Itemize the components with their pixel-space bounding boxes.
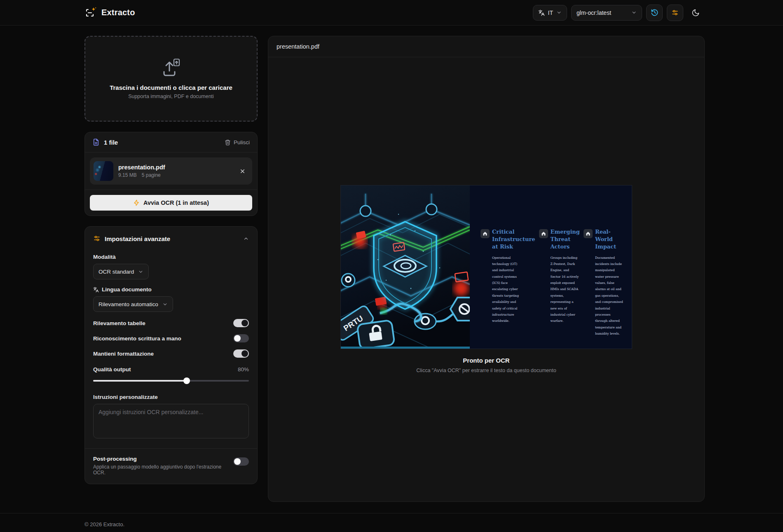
content-area: Trascina i documenti o clicca per carica… — [0, 26, 783, 502]
app: Extracto IT glm-ocr:latest — [0, 0, 783, 532]
file-list-card: 1 file Pulisci — [84, 132, 258, 216]
scan-logo-icon — [84, 7, 97, 19]
model-selector[interactable]: glm-ocr:latest — [571, 5, 642, 21]
table-detection-label: Rilevamento tabelle — [93, 320, 145, 326]
slide-text-area: Critical Infrastructure at Risk Operatio… — [470, 185, 632, 349]
ui-language-value: IT — [548, 9, 553, 16]
doc-language-select[interactable]: Rilevamento automatico — [93, 296, 173, 312]
theme-toggle-button[interactable] — [687, 5, 704, 21]
sliders-icon — [671, 9, 679, 16]
doc-language-value: Rilevamento automatico — [98, 301, 158, 307]
advanced-settings-card: Impostazioni avanzate Modalità OCR stand… — [84, 226, 258, 484]
footer: © 2026 Extracto. — [0, 513, 783, 532]
home-icon — [481, 229, 490, 238]
table-detection-toggle[interactable] — [233, 319, 249, 327]
ready-status-title: Pronto per OCR — [463, 357, 509, 364]
sliders-icon — [93, 235, 101, 242]
instructions-label: Istruzioni personalizzate — [93, 394, 249, 400]
mode-value: OCR standard — [98, 269, 134, 275]
remove-file-button[interactable] — [238, 166, 247, 176]
keep-formatting-toggle[interactable] — [233, 349, 249, 358]
copyright-text: © 2026 Extracto. — [84, 521, 124, 527]
settings-button[interactable] — [667, 5, 683, 21]
slide-body: Operational technology (OT) and industri… — [492, 255, 522, 324]
lightning-icon — [133, 199, 140, 206]
top-bar: Extracto IT glm-ocr:latest — [0, 0, 783, 26]
file-list-header: 1 file Pulisci — [85, 132, 257, 152]
translate-icon — [93, 287, 99, 293]
document-preview: PRTU — [341, 185, 632, 349]
file-size: 9.15 MB — [118, 172, 137, 178]
home-icon — [539, 229, 548, 238]
file-row[interactable]: presentation.pdf 9.15 MB 5 pagine — [90, 157, 252, 185]
ready-status-subtitle: Clicca "Avvia OCR" per estrarre il testo… — [416, 368, 556, 373]
quality-label: Qualità output — [93, 366, 131, 373]
slide-column: Real-World Impact Documented incidents i… — [584, 228, 624, 349]
upload-dropzone[interactable]: Trascina i documenti o clicca per carica… — [84, 36, 258, 122]
file-name: presentation.pdf — [118, 164, 233, 171]
file-pages: 5 pagine — [142, 172, 161, 178]
preview-body: PRTU — [268, 57, 704, 502]
preview-header: presentation.pdf — [268, 36, 704, 57]
handwriting-label: Riconoscimento scrittura a mano — [93, 335, 181, 342]
header-controls: IT glm-ocr:latest — [533, 5, 704, 21]
slide-body: Documented incidents include manipulated… — [595, 255, 624, 337]
clear-files-label: Pulisci — [234, 139, 250, 145]
ui-language-selector[interactable]: IT — [533, 5, 567, 21]
file-list: presentation.pdf 9.15 MB 5 pagine — [85, 152, 257, 190]
quality-slider[interactable] — [93, 377, 249, 384]
slide-heading: Emerging Threat Actors — [551, 228, 580, 251]
start-ocr-label: Avvia OCR (1 in attesa) — [143, 199, 209, 206]
file-meta: presentation.pdf 9.15 MB 5 pagine — [118, 164, 233, 178]
history-icon — [651, 9, 659, 16]
file-thumbnail — [94, 161, 113, 181]
moon-icon — [692, 9, 700, 17]
chevron-down-icon — [556, 10, 562, 15]
history-button[interactable] — [646, 5, 663, 21]
slide-heading: Real-World Impact — [595, 228, 624, 251]
slide-column: Emerging Threat Actors Groups including … — [539, 228, 580, 349]
chevron-down-icon — [631, 10, 637, 15]
chevron-up-icon — [243, 236, 249, 241]
trash-icon — [225, 139, 231, 145]
slider-knob[interactable] — [183, 377, 190, 384]
chevron-down-icon — [162, 302, 168, 307]
clear-files-button[interactable]: Pulisci — [225, 139, 250, 145]
preview-panel: presentation.pdf — [268, 36, 705, 502]
quality-value: 80% — [238, 366, 249, 373]
chevron-down-icon — [138, 269, 143, 274]
file-text-icon — [92, 138, 100, 146]
start-ocr-button[interactable]: Avvia OCR (1 in attesa) — [90, 195, 252, 211]
slide-body: Groups including Z-Pentest, Dark Engine,… — [551, 255, 580, 324]
preview-filename: presentation.pdf — [277, 43, 319, 50]
slide-illustration: PRTU — [341, 185, 470, 349]
close-icon — [239, 168, 246, 174]
mode-label: Modalità — [93, 254, 249, 260]
handwriting-toggle[interactable] — [233, 334, 249, 342]
mode-select[interactable]: OCR standard — [93, 264, 149, 279]
doc-language-label: Lingua documento — [102, 286, 152, 293]
dropzone-title: Trascina i documenti o clicca per carica… — [110, 84, 232, 91]
postprocessing-description: Applica un passaggio modello aggiuntivo … — [93, 464, 233, 476]
model-value: glm-ocr:latest — [577, 9, 611, 16]
upload-icon — [160, 59, 182, 77]
slide-column: Critical Infrastructure at Risk Operatio… — [481, 228, 535, 349]
slide-heading: Critical Infrastructure at Risk — [492, 228, 535, 251]
keep-formatting-label: Mantieni formattazione — [93, 351, 154, 357]
postprocessing-toggle[interactable] — [233, 457, 249, 466]
divider — [85, 448, 257, 449]
postprocessing-label: Post-processing — [93, 456, 233, 462]
translate-icon — [538, 9, 545, 16]
home-icon — [584, 229, 593, 238]
brand: Extracto — [84, 7, 135, 19]
app-title: Extracto — [101, 8, 135, 17]
instructions-input[interactable] — [93, 404, 249, 438]
sidebar: Trascina i documenti o clicca per carica… — [84, 36, 258, 484]
dropzone-subtitle: Supporta immagini, PDF e documenti — [128, 94, 214, 99]
advanced-settings-toggle[interactable]: Impostazioni avanzate — [93, 235, 249, 242]
file-count-label: 1 file — [104, 139, 118, 146]
advanced-settings-title: Impostazioni avanzate — [105, 235, 170, 242]
